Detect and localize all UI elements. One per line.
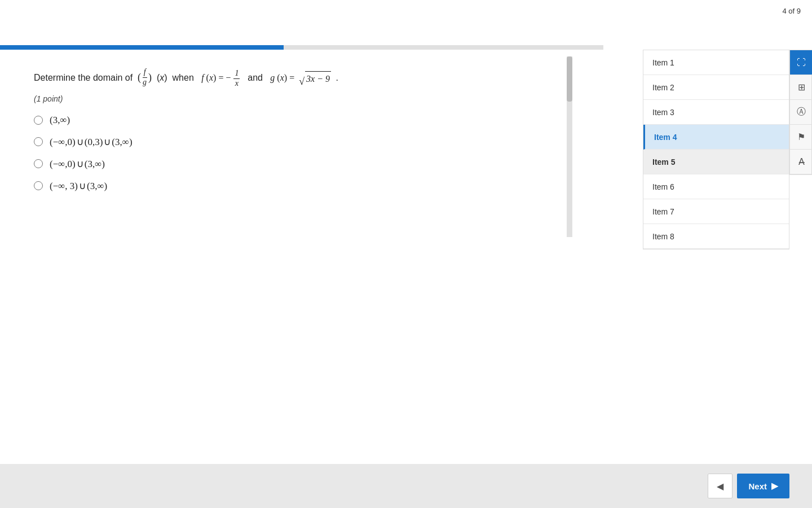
progress-bar-fill xyxy=(0,45,284,50)
x-denominator: x xyxy=(234,79,240,89)
prev-button[interactable]: ◀ xyxy=(708,474,732,498)
fg-fraction: f g xyxy=(142,68,148,87)
answer-option-3: (−∞,0)∪(3,∞) xyxy=(34,158,592,170)
next-arrow-icon: ▶ xyxy=(771,481,778,491)
question-text: Determine the domain of ( f g ) (x) when… xyxy=(34,68,592,89)
sidebar-panel: Item 1Item 2Item 3Item 4Item 5Item 6Item… xyxy=(643,50,789,249)
answer-option-2: (−∞,0)∪(0,3)∪(3,∞) xyxy=(34,136,592,148)
f-definition: f (x) = − 1 x xyxy=(201,73,242,82)
point-label: (1 point) xyxy=(34,94,592,103)
sidebar-item-5[interactable]: Item 5 xyxy=(643,150,789,174)
fg-fraction-wrapper: ( f g ) xyxy=(138,68,152,87)
one-numerator: 1 xyxy=(233,69,240,79)
sqrt-content: 3x − 9 xyxy=(305,71,331,86)
option-4-label[interactable]: (−∞, 3)∪(3,∞) xyxy=(50,180,107,192)
question-text-middle: (x) when xyxy=(155,73,199,82)
sidebar-item-3[interactable]: Item 3 xyxy=(643,100,789,125)
page-counter: 4 of 9 xyxy=(782,7,801,15)
flag-icon[interactable]: ⚑ xyxy=(790,125,812,150)
radio-option-2[interactable] xyxy=(34,137,43,146)
sidebar-item-6[interactable]: Item 6 xyxy=(643,174,789,199)
next-button[interactable]: Next ▶ xyxy=(737,474,789,498)
radio-option-4[interactable] xyxy=(34,181,43,190)
sidebar-item-4[interactable]: Item 4 xyxy=(643,125,789,150)
sidebar-item-7[interactable]: Item 7 xyxy=(643,199,789,224)
sidebar-item-1[interactable]: Item 1 xyxy=(643,50,789,75)
fraction-numerator: f xyxy=(143,68,147,78)
option-2-label[interactable]: (−∞,0)∪(0,3)∪(3,∞) xyxy=(50,136,133,148)
answer-options-list: (3,∞) (−∞,0)∪(0,3)∪(3,∞) (−∞,0)∪(3,∞) (−… xyxy=(34,115,592,192)
answer-option-4: (−∞, 3)∪(3,∞) xyxy=(34,180,592,192)
sqrt-symbol: √ xyxy=(299,76,304,86)
fraction-denominator: g xyxy=(142,78,148,87)
sidebar-icons-panel: ⛶⊞Ⓐ⚑A̶ xyxy=(789,50,812,175)
radio-option-1[interactable] xyxy=(34,116,43,125)
sidebar-item-2[interactable]: Item 2 xyxy=(643,75,789,100)
circle-icon[interactable]: Ⓐ xyxy=(790,100,812,125)
g-definition: g (x) = √ 3x − 9 xyxy=(270,73,333,82)
expand-icon[interactable]: ⛶ xyxy=(790,50,812,75)
radio-option-3[interactable] xyxy=(34,159,43,168)
progress-bar-container xyxy=(0,45,603,50)
option-3-label[interactable]: (−∞,0)∪(3,∞) xyxy=(50,158,105,170)
grid-icon[interactable]: ⊞ xyxy=(790,75,812,100)
strikethrough-icon[interactable]: A̶ xyxy=(790,150,812,174)
question-and: and xyxy=(242,73,267,82)
sqrt-wrapper: √ 3x − 9 xyxy=(299,71,331,86)
question-text-prefix: Determine the domain of xyxy=(34,73,135,82)
period: . xyxy=(333,73,338,82)
main-content: Determine the domain of ( f g ) (x) when… xyxy=(34,56,592,213)
footer: ◀ Next ▶ xyxy=(0,464,812,508)
option-1-label[interactable]: (3,∞) xyxy=(50,115,70,126)
sidebar-item-8[interactable]: Item 8 xyxy=(643,224,789,249)
next-button-label: Next xyxy=(748,481,767,491)
one-over-x-fraction: 1 x xyxy=(233,69,240,89)
answer-option-1: (3,∞) xyxy=(34,115,592,126)
